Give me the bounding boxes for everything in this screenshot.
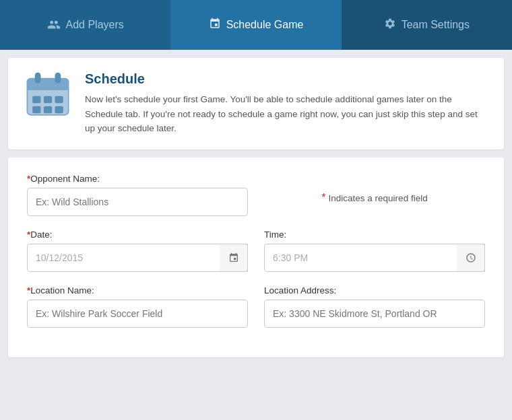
calendar-large-icon (24, 71, 71, 118)
tab-team-settings[interactable]: Team Settings (342, 0, 512, 50)
info-banner: Schedule Now let's schedule your first G… (8, 58, 504, 149)
location-name-col: *Location Name: (27, 285, 248, 328)
time-input-wrapper (264, 244, 485, 272)
info-text: Schedule Now let's schedule your first G… (85, 71, 488, 136)
nav-tabs: Add Players Schedule Game Team Settings (0, 0, 512, 50)
time-label: Time: (264, 230, 485, 240)
location-address-input-wrapper (264, 300, 485, 328)
schedule-game-icon (209, 18, 221, 33)
banner-description: Now let's schedule your first Game. You'… (85, 92, 488, 136)
team-settings-icon (384, 18, 396, 33)
date-input[interactable] (27, 244, 248, 272)
location-name-label: *Location Name: (27, 285, 248, 295)
svg-rect-10 (55, 106, 63, 114)
add-players-icon (47, 18, 61, 33)
tab-add-players-label: Add Players (66, 19, 124, 31)
form-section: *Opponent Name: * Indicates a required f… (8, 158, 504, 357)
opponent-input-wrapper (27, 188, 248, 216)
svg-rect-9 (44, 106, 52, 114)
tab-schedule-game-label: Schedule Game (226, 19, 304, 31)
svg-rect-7 (55, 96, 63, 104)
tab-team-settings-label: Team Settings (402, 19, 470, 31)
svg-rect-2 (27, 85, 68, 90)
tab-add-players[interactable]: Add Players (0, 0, 170, 50)
location-address-label: Location Address: (264, 285, 485, 295)
svg-rect-8 (32, 106, 40, 114)
svg-rect-4 (55, 73, 61, 83)
opponent-input[interactable] (27, 188, 248, 216)
opponent-col: *Opponent Name: (27, 174, 248, 216)
required-star-icon: * (321, 192, 325, 204)
date-input-wrapper (27, 244, 248, 272)
date-col: *Date: (27, 230, 248, 272)
tab-schedule-game[interactable]: Schedule Game (170, 0, 341, 50)
location-address-input[interactable] (264, 300, 485, 328)
opponent-row: *Opponent Name: * Indicates a required f… (27, 174, 485, 216)
location-name-input-wrapper (27, 300, 248, 328)
location-name-input[interactable] (27, 300, 248, 328)
location-address-col: Location Address: (264, 285, 485, 328)
time-input[interactable] (264, 244, 485, 272)
date-time-row: *Date: Time: (27, 230, 485, 272)
calendar-picker-icon[interactable] (220, 244, 248, 272)
clock-picker-icon[interactable] (457, 244, 485, 272)
time-col: Time: (264, 230, 485, 272)
svg-rect-5 (32, 96, 40, 104)
svg-rect-3 (35, 73, 41, 83)
date-label: *Date: (27, 230, 248, 240)
location-row: *Location Name: Location Address: (27, 285, 485, 328)
banner-title: Schedule (85, 71, 488, 87)
required-note-col: * Indicates a required field (264, 174, 485, 216)
svg-rect-6 (44, 96, 52, 104)
required-note: * Indicates a required field (264, 174, 485, 216)
opponent-label: *Opponent Name: (27, 174, 248, 184)
